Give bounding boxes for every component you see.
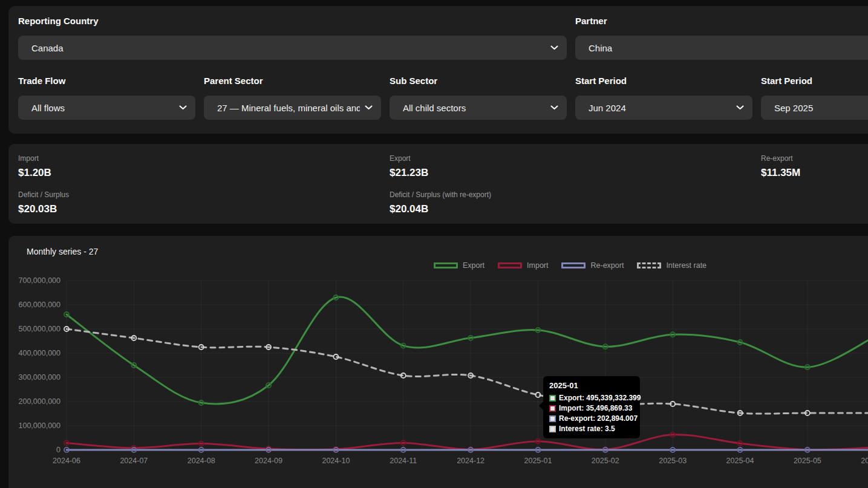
stat-value: $1.20B	[18, 166, 390, 179]
tooltip-row: Export: 495,339,332.399	[549, 394, 634, 402]
y-axis-tick: 700,000,000	[18, 276, 60, 285]
filter-label: Trade Flow	[18, 76, 195, 86]
stat-value: $20.04B	[390, 203, 761, 215]
filters-grid: Reporting Country Canada Partner China T…	[18, 16, 868, 120]
chevron-down-icon	[550, 105, 558, 110]
chart-grid	[67, 281, 868, 450]
select-end-period[interactable]: Sep 2025	[761, 96, 868, 120]
select-value: Canada	[31, 43, 546, 53]
select-value: Jun 2024	[589, 103, 731, 113]
x-axis-tick: 2025-06	[861, 457, 868, 465]
select-partner[interactable]: China	[575, 36, 868, 60]
x-axis-tick: 2024-12	[457, 457, 485, 465]
chevron-down-icon	[736, 105, 744, 110]
stat-label: Deficit / Surplus	[18, 190, 390, 200]
filter-parent-sector: Parent Sector 27 — Mineral fuels, minera…	[204, 76, 381, 120]
x-axis-tick: 2024-08	[188, 457, 215, 465]
x-axis-tick: 2024-10	[322, 457, 350, 465]
stat-label: Deficit / Surplus (with re-export)	[390, 190, 761, 200]
y-axis-tick: 100,000,000	[18, 421, 60, 430]
x-axis-tick: 2024-09	[255, 457, 282, 465]
filter-label: Partner	[575, 16, 868, 27]
filter-sub-sector: Sub Sector All child sectors	[390, 76, 567, 120]
y-axis-tick: 600,000,000	[18, 301, 60, 309]
y-axis-tick: 0	[56, 446, 60, 454]
stat-value: $11.35M	[761, 166, 868, 179]
filter-label: Start Period	[575, 76, 752, 86]
select-sub-sector[interactable]: All child sectors	[390, 96, 567, 120]
series-re-export	[64, 447, 868, 452]
select-value: All child sectors	[403, 103, 546, 113]
chevron-down-icon	[550, 45, 558, 50]
filter-start-period: Start Period Jun 2024	[575, 76, 752, 120]
filter-trade-flow: Trade Flow All flows	[18, 76, 195, 120]
stats-card: Import $1.20B Export $21.23B Re-export $…	[8, 144, 868, 224]
series-interest-rate	[64, 327, 868, 415]
select-trade-flow[interactable]: All flows	[18, 96, 195, 120]
stat-deficit-surplus: Deficit / Surplus $20.03B	[18, 190, 390, 215]
x-axis-tick: 2024-11	[390, 457, 417, 465]
chevron-down-icon	[365, 105, 373, 110]
stat-export: Export $21.23B	[390, 154, 761, 179]
chart-card: Monthly series - 27 Export Import Re-exp…	[8, 236, 868, 488]
series-export	[64, 295, 868, 405]
tooltip-swatch-icon	[549, 426, 556, 432]
tooltip-swatch-icon	[549, 405, 556, 412]
filter-label: Reporting Country	[18, 16, 567, 27]
x-axis-tick: 2025-02	[592, 457, 619, 465]
y-axis-tick: 500,000,000	[18, 325, 60, 333]
x-axis-tick: 2025-01	[524, 457, 552, 465]
tooltip-swatch-icon	[549, 415, 556, 422]
filter-end-period: Start Period Sep 2025	[761, 76, 868, 120]
x-axis-tick: 2024-06	[53, 457, 80, 465]
select-reporting-country[interactable]: Canada	[18, 36, 567, 60]
tooltip-text: Re-export: 202,894.007	[559, 414, 638, 423]
tooltip-title: 2025-01	[549, 381, 634, 390]
x-axis-tick: 2024-07	[120, 457, 148, 465]
filter-label: Parent Sector	[204, 76, 381, 86]
stat-label: Export	[390, 154, 761, 163]
select-value: All flows	[31, 103, 174, 113]
select-start-period[interactable]: Jun 2024	[575, 96, 752, 120]
select-value: Sep 2025	[774, 103, 868, 113]
stat-value: $21.23B	[390, 166, 761, 179]
tooltip-text: Import: 35,496,869.33	[559, 404, 632, 412]
y-axis-tick: 400,000,000	[18, 349, 60, 357]
y-axis-tick: 300,000,000	[18, 373, 60, 382]
monthly-series-chart[interactable]: 0100,000,000200,000,000300,000,000400,00…	[8, 236, 868, 488]
stat-re-export: Re-export $11.35M	[761, 154, 868, 179]
tooltip-text: Interest rate: 3.5	[559, 425, 615, 433]
filter-label: Sub Sector	[390, 76, 567, 86]
x-axis-tick: 2025-05	[794, 457, 821, 465]
tooltip-row: Interest rate: 3.5	[549, 425, 634, 433]
stat-label: Import	[18, 154, 390, 163]
select-value: China	[589, 43, 868, 53]
tooltip-row: Re-export: 202,894.007	[549, 414, 634, 423]
stat-deficit-surplus-re-export: Deficit / Surplus (with re-export) $20.0…	[390, 190, 761, 215]
stat-import: Import $1.20B	[18, 154, 390, 179]
select-value: 27 — Mineral fuels, mineral oils and	[217, 103, 360, 113]
filters-card: Reporting Country Canada Partner China T…	[8, 6, 868, 134]
y-axis-tick: 200,000,000	[18, 397, 60, 406]
chevron-down-icon	[179, 105, 187, 110]
tooltip-row: Import: 35,496,869.33	[549, 404, 634, 412]
x-axis-tick: 2025-03	[659, 457, 687, 465]
chart-tooltip: 2025-01 Export: 495,339,332.399 Import: …	[543, 376, 640, 438]
filter-label: Start Period	[761, 76, 868, 86]
stat-value: $20.03B	[18, 203, 390, 215]
tooltip-swatch-icon	[549, 395, 556, 402]
select-parent-sector[interactable]: 27 — Mineral fuels, mineral oils and	[204, 96, 381, 120]
x-axis-tick: 2025-04	[726, 457, 754, 465]
stats-grid: Import $1.20B Export $21.23B Re-export $…	[18, 154, 868, 215]
filter-partner: Partner China	[575, 16, 868, 60]
filter-reporting-country: Reporting Country Canada	[18, 16, 567, 60]
tooltip-text: Export: 495,339,332.399	[559, 394, 641, 402]
trade-dashboard: Reporting Country Canada Partner China T…	[0, 0, 868, 488]
stat-label: Re-export	[761, 154, 868, 163]
